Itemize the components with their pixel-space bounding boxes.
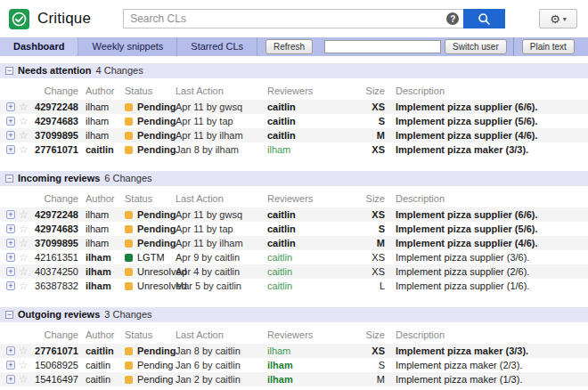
expand-icon[interactable]: + <box>6 224 15 233</box>
settings-menu-button[interactable]: ⚙ ▾ <box>539 9 577 28</box>
tab-weekly-snippets[interactable]: Weekly snippets <box>78 37 177 56</box>
expand-icon[interactable]: + <box>6 145 15 154</box>
cl-number[interactable]: 42972248 <box>34 100 80 114</box>
star-icon[interactable]: ☆ <box>19 117 29 126</box>
switch-user-input[interactable] <box>324 40 441 53</box>
refresh-button[interactable]: Refresh <box>265 39 313 54</box>
cl-number[interactable]: 36387832 <box>34 279 80 293</box>
cl-row: +☆42161351ilhamLGTMApr 9 by caitlincaitl… <box>0 250 588 264</box>
search-button[interactable] <box>463 9 505 28</box>
cl-number[interactable]: 27761071 <box>34 142 80 157</box>
expand-icon[interactable]: + <box>6 210 15 219</box>
cl-size: S <box>362 114 388 128</box>
expand-icon[interactable]: + <box>6 267 15 276</box>
expand-icon[interactable]: + <box>6 361 15 370</box>
search-area: ? <box>123 9 505 28</box>
expand-icon[interactable]: + <box>6 239 15 248</box>
cl-reviewers: caitlin <box>262 279 362 293</box>
section-needs-attention: −Needs attention4 ChangesChangeAuthorSta… <box>0 63 588 157</box>
cl-size: XS <box>362 250 388 264</box>
cl-number[interactable]: 15416497 <box>34 372 80 386</box>
cl-status: Pending <box>121 142 171 157</box>
cl-row: +☆42974683ilhamPendingApr 11 by tapcaitl… <box>0 114 588 128</box>
collapse-icon[interactable]: − <box>5 67 13 75</box>
star-icon[interactable]: ☆ <box>19 375 29 384</box>
section-header-needs-attention[interactable]: −Needs attention4 Changes <box>0 63 588 78</box>
star-icon[interactable]: ☆ <box>19 281 29 290</box>
status-label: Pending <box>137 358 173 372</box>
cl-number[interactable]: 40374250 <box>34 264 80 279</box>
cl-number[interactable]: 37099895 <box>34 236 80 250</box>
expand-icon[interactable]: + <box>6 131 15 140</box>
column-header-size: Size <box>362 329 388 342</box>
reviewer-name: caitlin <box>267 238 296 248</box>
tab-dashboard[interactable]: Dashboard <box>0 37 78 56</box>
star-icon[interactable]: ☆ <box>19 267 29 276</box>
status-color-icon <box>125 240 133 248</box>
cl-author: ilham <box>80 207 121 222</box>
search-input[interactable] <box>123 9 463 28</box>
cl-number[interactable]: 42972248 <box>34 207 80 222</box>
status-color-icon <box>125 132 133 140</box>
plain-text-button[interactable]: Plain text <box>522 39 575 54</box>
column-header-description: Description <box>388 85 588 98</box>
column-header-reviewers: Reviewers <box>262 329 362 342</box>
cl-reviewers: caitlin <box>262 128 362 142</box>
expand-icon[interactable]: + <box>6 375 15 384</box>
expand-icon[interactable]: + <box>6 281 15 290</box>
cl-author: ilham <box>80 236 121 250</box>
expand-icon[interactable]: + <box>6 117 15 126</box>
expand-icon[interactable]: + <box>6 253 15 262</box>
collapse-icon[interactable]: − <box>5 311 13 319</box>
cl-number[interactable]: 27761071 <box>34 344 80 358</box>
cl-number[interactable]: 37099895 <box>34 128 80 142</box>
star-icon[interactable]: ☆ <box>19 346 29 355</box>
cl-last-action: Apr 11 by gwsq <box>171 207 262 222</box>
reviewer-name: caitlin <box>267 130 296 141</box>
section-count: 3 Changes <box>104 307 151 322</box>
app-title: Critique <box>37 10 91 28</box>
section-header-outgoing-reviews[interactable]: −Outgoing reviews3 Changes <box>0 307 588 322</box>
star-icon[interactable]: ☆ <box>19 145 29 154</box>
star-icon[interactable]: ☆ <box>19 361 29 370</box>
status-label: Pending <box>137 128 176 142</box>
cl-description: Implement pizza maker (1/3). <box>388 372 588 386</box>
cl-size: XS <box>362 207 388 222</box>
cl-last-action: Apr 11 by gwsq <box>171 100 262 114</box>
cl-last-action: Jan 6 by caitlin <box>171 358 262 372</box>
star-icon[interactable]: ☆ <box>19 131 29 140</box>
star-icon[interactable]: ☆ <box>19 102 29 111</box>
collapse-icon[interactable]: − <box>5 175 13 183</box>
expand-icon[interactable]: + <box>6 102 15 111</box>
star-icon[interactable]: ☆ <box>19 224 29 233</box>
cl-last-action: Apr 4 by caitlin <box>171 264 262 279</box>
cl-reviewers: ilham <box>262 372 362 386</box>
cl-row: +☆37099895ilhamPendingApr 11 by ilhamcai… <box>0 128 588 142</box>
section-title: Incoming reviews <box>18 171 100 186</box>
cl-number[interactable]: 42161351 <box>34 250 80 264</box>
star-icon[interactable]: ☆ <box>19 253 29 262</box>
section-title: Outgoing reviews <box>18 307 100 322</box>
cl-reviewers: ilham <box>262 142 362 157</box>
column-header-last-action: Last Action <box>171 329 262 342</box>
cl-size: XS <box>362 264 388 279</box>
column-header-size: Size <box>362 85 388 98</box>
tab-starred-cls[interactable]: Starred CLs <box>177 37 257 56</box>
cl-row: +☆15416497caitlinPendingJan 2 by caitlin… <box>0 372 588 386</box>
row-icons: +☆ <box>0 267 34 276</box>
section-header-incoming-reviews[interactable]: −Incoming reviews6 Changes <box>0 171 588 186</box>
cl-description: Implement pizza supplier (2/6). <box>388 264 588 279</box>
column-header-last-action: Last Action <box>171 192 262 206</box>
column-header-status: Status <box>121 329 171 342</box>
cl-reviewers: ilham <box>262 358 362 372</box>
cl-number[interactable]: 42974683 <box>34 114 80 128</box>
cl-author: caitlin <box>80 142 121 157</box>
cl-last-action: Jan 2 by caitlin <box>171 372 262 386</box>
star-icon[interactable]: ☆ <box>19 239 29 248</box>
expand-icon[interactable]: + <box>6 346 15 355</box>
switch-user-button[interactable]: Switch user <box>445 39 507 54</box>
star-icon[interactable]: ☆ <box>19 210 29 219</box>
cl-number[interactable]: 42974683 <box>34 222 80 236</box>
column-header-row: ChangeAuthorStatusLast ActionReviewersSi… <box>0 192 588 206</box>
cl-number[interactable]: 15068925 <box>34 358 80 372</box>
